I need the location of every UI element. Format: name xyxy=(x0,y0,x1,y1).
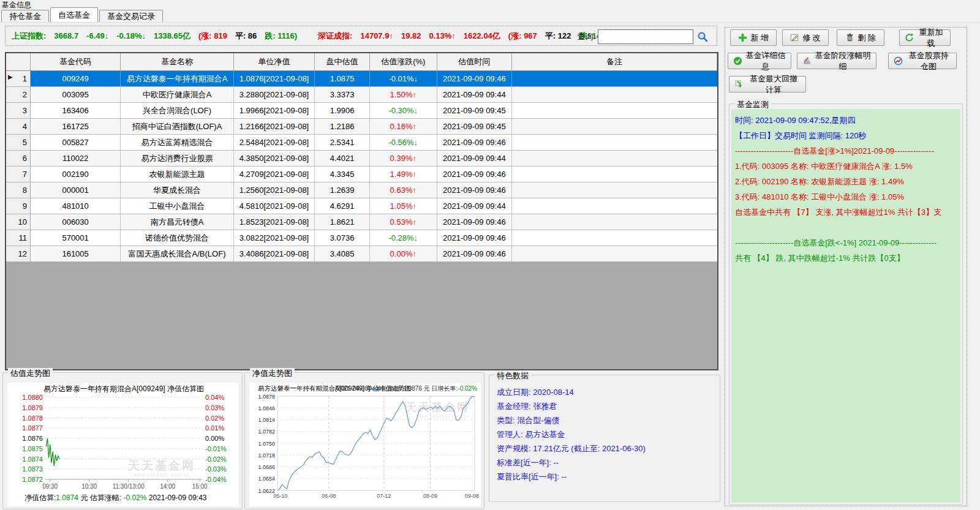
tab-trade-records[interactable]: 基金交易记录 xyxy=(99,10,163,22)
estimate-change-cell: 0.39%↑ xyxy=(370,151,437,166)
row-selector-cell[interactable]: 8 xyxy=(6,182,31,198)
sz-flat-count: 平: 122 xyxy=(545,31,571,42)
row-selector-cell[interactable]: 10 xyxy=(6,214,31,230)
table-row[interactable]: 10 006030 南方昌元转债A 1.8523[2021-09-08] 1.8… xyxy=(6,214,717,230)
estimate-time-cell: 2021-09-09 09:46 xyxy=(437,135,513,150)
fund-stage-gain-button[interactable]: 基金阶段涨幅明细 xyxy=(797,53,876,69)
table-row[interactable]: 3 163406 兴全合润混合(LOF) 1.9966[2021-09-08] … xyxy=(6,103,717,119)
table-row[interactable]: ▶1 009249 易方达磐泰一年持有期混合A 1.0876[2021-09-0… xyxy=(6,71,717,87)
svg-text:1.0880: 1.0880 xyxy=(22,394,43,401)
feature-line: 资产规模: 17.21亿元 (截止至: 2021-06-30) xyxy=(497,441,715,456)
row-selector-cell[interactable]: 12 xyxy=(6,246,31,261)
column-header-fund-code[interactable]: 基金代码 xyxy=(31,53,121,70)
row-selector-cell[interactable]: 9 xyxy=(6,198,31,214)
table-row[interactable]: 6 110022 易方达消费行业股票 4.3850[2021-09-08] 4.… xyxy=(6,151,717,167)
column-header-remark[interactable]: 备注 xyxy=(512,53,717,70)
delete-fund-button[interactable]: 删 除 xyxy=(837,29,884,46)
row-selector-cell[interactable]: 3 xyxy=(6,103,31,118)
row-selector-cell[interactable]: 7 xyxy=(6,167,31,182)
fund-monitor-log: 时间: 2021-09-09 09:47:52,星期四【工作日】交易时间 监测间… xyxy=(731,109,960,503)
tab-bar: 持仓基金 自选基金 基金交易记录 xyxy=(1,8,164,22)
column-header-row-selector[interactable] xyxy=(6,53,31,70)
fund-name-cell: 易方达消费行业股票 xyxy=(121,151,233,166)
fund-max-drawdown-button[interactable]: 基金最大回撤计算 xyxy=(729,76,806,92)
table-row[interactable]: 9 481010 工银中小盘混合 4.5810[2021-09-08] 4.62… xyxy=(6,198,717,214)
estimate-change-cell: -0.28%↓ xyxy=(370,230,437,246)
row-selector-cell[interactable]: 11 xyxy=(6,230,31,246)
sz-index-amount: 1622.04亿 xyxy=(464,31,500,42)
feature-line: 管理人: 易方达基金 xyxy=(497,427,715,441)
estimate-time-cell: 2021-09-09 09:46 xyxy=(437,230,513,246)
sh-up-count: (涨: 819 xyxy=(198,31,227,42)
feature-data-list: 成立日期: 2020-08-14基金经理: 张雅君类型: 混合型-偏债管理人: … xyxy=(497,385,715,484)
intraday-estimate-cell: 4.3345 xyxy=(315,167,370,182)
estimate-time-cell: 2021-09-09 09:45 xyxy=(437,103,513,118)
fund-code-cell: 110022 xyxy=(31,151,121,166)
row-selector-cell[interactable]: 5 xyxy=(6,135,31,150)
row-selector-cell[interactable]: ▶1 xyxy=(6,71,31,86)
sh-index-change: -6.49↓ xyxy=(86,31,108,40)
table-row[interactable]: 7 002190 农银新能源主题 4.2709[2021-09-08] 4.33… xyxy=(6,167,717,182)
reload-icon xyxy=(905,33,914,42)
svg-text:08-09: 08-09 xyxy=(423,493,437,499)
estimate-change-cell: 0.63%↑ xyxy=(370,182,437,198)
search-icon[interactable] xyxy=(697,31,708,42)
fund-holdings-chart-button[interactable]: 基金股票持仓图 xyxy=(888,53,957,69)
row-selector-cell[interactable]: 2 xyxy=(6,87,31,102)
column-header-fund-name[interactable]: 基金名称 xyxy=(121,53,233,70)
svg-text:-0.01%: -0.01% xyxy=(205,445,227,452)
fund-name-cell: 南方昌元转债A xyxy=(121,214,233,230)
intraday-estimate-cell: 1.0875 xyxy=(315,71,370,86)
table-row[interactable]: 5 005827 易方达蓝筹精选混合 2.5484[2021-09-08] 2.… xyxy=(6,135,717,151)
monitor-line: 3.代码: 481010 名称: 工银中小盘混合 涨: 1.05% xyxy=(735,189,957,204)
svg-text:1.0750: 1.0750 xyxy=(258,441,275,447)
estimate-change-cell: -0.56%↓ xyxy=(370,135,437,150)
tab-holding-funds[interactable]: 持仓基金 xyxy=(1,10,49,22)
svg-text:1.0875: 1.0875 xyxy=(22,445,43,452)
column-header-estimate-time[interactable]: 估值时间 xyxy=(437,53,513,70)
remark-cell xyxy=(512,214,717,230)
row-selector-cell[interactable]: 6 xyxy=(6,151,31,166)
table-row[interactable]: 4 161725 招商中证白酒指数(LOF)A 1.2166[2021-09-0… xyxy=(6,119,717,135)
table-row[interactable]: 12 161005 富国天惠成长混合A/B(LOF) 3.4086[2021-0… xyxy=(6,246,717,262)
unit-nav-cell: 1.2166[2021-09-08] xyxy=(234,119,315,134)
table-row[interactable]: 8 000001 华夏成长混合 1.2560[2021-09-08] 1.263… xyxy=(6,182,717,198)
svg-text:1.0878: 1.0878 xyxy=(22,414,43,422)
estimate-change-cell: 1.50%↑ xyxy=(370,87,437,102)
svg-text:09-08: 09-08 xyxy=(465,493,479,499)
estimate-time-cell: 2021-09-09 09:45 xyxy=(437,119,513,134)
svg-text:0.00%: 0.00% xyxy=(205,435,224,442)
fund-detail-button[interactable]: 基金详细信息 xyxy=(728,53,791,69)
fund-name-cell: 易方达磐泰一年持有期混合A xyxy=(121,71,233,86)
reload-button[interactable]: 重新加载 xyxy=(899,29,951,46)
sz-index-change: 19.82 xyxy=(401,31,421,40)
table-row[interactable]: 11 570001 诺德价值优势混合 3.0822[2021-09-08] 3.… xyxy=(6,230,717,246)
remark-cell xyxy=(512,119,717,134)
sh-down-count: 跌: 1116) xyxy=(265,31,297,42)
modify-fund-label: 修 改 xyxy=(802,32,821,43)
remark-cell xyxy=(512,135,717,150)
row-selector-cell[interactable]: 4 xyxy=(6,119,31,134)
monitor-line: ----------------------自选基金[跌<-1%] 2021-0… xyxy=(735,235,957,250)
add-fund-label: 新 增 xyxy=(750,32,769,43)
edit-icon xyxy=(790,33,799,42)
add-fund-button[interactable]: 新 增 xyxy=(730,29,777,46)
sh-index-amount: 1338.65亿 xyxy=(154,31,190,42)
feature-data-title: 特色数据 xyxy=(494,370,531,381)
estimate-change-cell: 0.53%↑ xyxy=(370,214,437,230)
unit-nav-cell: 1.8523[2021-09-08] xyxy=(234,214,315,230)
column-header-intraday-estimate[interactable]: 盘中估值 xyxy=(315,53,370,70)
estimate-change-cell: 1.05%↑ xyxy=(370,198,437,214)
column-header-estimate-change[interactable]: 估值涨跌(%) xyxy=(370,53,437,70)
svg-text:1.0878: 1.0878 xyxy=(258,394,275,400)
modify-fund-button[interactable]: 修 改 xyxy=(782,29,829,46)
query-label: 查询: xyxy=(577,31,595,42)
table-row[interactable]: 2 003095 中欧医疗健康混合A 3.2880[2021-09-08] 3.… xyxy=(6,87,717,103)
holdings-chart-icon xyxy=(894,56,903,66)
tab-watchlist-funds[interactable]: 自选基金 xyxy=(50,7,98,22)
svg-text:0.03%: 0.03% xyxy=(205,404,224,411)
column-header-unit-nav[interactable]: 单位净值 xyxy=(234,53,315,70)
fund-name-cell: 易方达蓝筹精选混合 xyxy=(121,135,233,150)
feature-line: 基金经理: 张雅君 xyxy=(497,399,715,413)
query-input[interactable] xyxy=(598,29,693,44)
